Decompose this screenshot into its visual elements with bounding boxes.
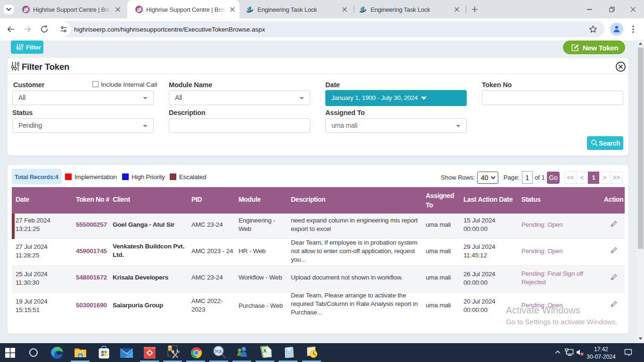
svg-text:X: X xyxy=(263,347,267,354)
svg-text:SQL: SQL xyxy=(215,349,223,354)
